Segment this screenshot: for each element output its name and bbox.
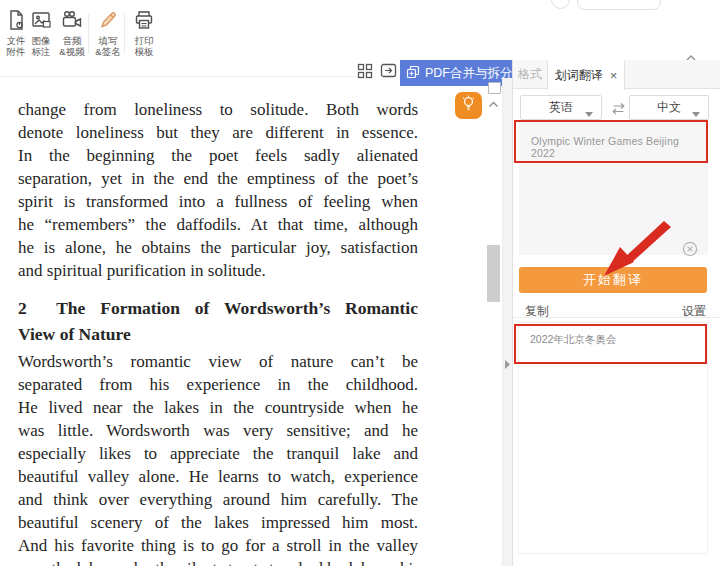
document-page: change from loneliness to solitude. Both… bbox=[18, 98, 418, 566]
document-line: Wordsworth’s romantic view of nature can… bbox=[18, 350, 418, 373]
tab-translate-label: 划词翻译 bbox=[555, 67, 603, 84]
document-line: spirit is transformed into a fullness of… bbox=[18, 190, 418, 213]
audio-video-icon bbox=[56, 8, 88, 32]
toolbar-item-audio-video[interactable]: 音频&视频 bbox=[56, 8, 88, 57]
source-text-area[interactable]: Olympic Winter Games Beijing 2022 bbox=[519, 122, 708, 255]
toolbar-item-label: 图像标注 bbox=[25, 35, 57, 57]
toolbar-item-label: 音频&视频 bbox=[56, 35, 88, 57]
tab-format[interactable]: 格式 bbox=[513, 60, 547, 89]
document-line: was little. Wordsworth was very sensitiv… bbox=[18, 419, 418, 442]
toolbar-item-image-annotation[interactable]: 图像标注 bbox=[25, 8, 57, 57]
source-text: Olympic Winter Games Beijing 2022 bbox=[531, 135, 679, 159]
toolbar-divider bbox=[88, 14, 89, 54]
page-thumbnail-icon[interactable] bbox=[488, 82, 501, 94]
start-translate-button[interactable]: 开始翻译 bbox=[519, 267, 707, 293]
document-line: change from loneliness to solitude. Both… bbox=[18, 98, 418, 121]
document-line-clipped: near the lakes or by the silent streets … bbox=[18, 557, 418, 566]
source-language-value: 英语 bbox=[549, 99, 573, 116]
translate-panel: 格式 划词翻译 × 英语 中文 Olympic Winter Games Bei… bbox=[512, 60, 720, 566]
cropped-avatar-icon bbox=[551, 0, 570, 9]
document-line: and spiritual purification in solitude. bbox=[18, 259, 418, 282]
tip-lightbulb-button[interactable] bbox=[455, 92, 482, 119]
panel-gutter bbox=[503, 78, 512, 566]
target-language-value: 中文 bbox=[657, 99, 681, 116]
swap-languages-icon[interactable] bbox=[610, 101, 627, 119]
document-heading: View of Nature bbox=[18, 321, 418, 347]
tab-translate[interactable]: 划词翻译 × bbox=[547, 60, 625, 90]
document-heading: 2 The Formation of Wordsworth’s Romantic bbox=[18, 295, 418, 321]
source-language-select[interactable]: 英语 bbox=[520, 95, 602, 120]
chevron-down-icon bbox=[692, 106, 700, 120]
merge-pages-icon bbox=[405, 64, 421, 83]
scrollbar-thumb[interactable] bbox=[487, 245, 500, 302]
merge-button-label: PDF合并与拆分 bbox=[425, 65, 513, 82]
panel-collapse-arrow[interactable] bbox=[504, 356, 511, 374]
toolbar-item-print-template[interactable]: 打印模板 bbox=[128, 8, 160, 57]
result-text-area[interactable] bbox=[518, 322, 708, 554]
result-text: 2022年北京冬奥会 bbox=[530, 333, 616, 347]
document-line: In the beginning the poet feels sadly al… bbox=[18, 144, 418, 167]
document-line: separated from his experience in the chi… bbox=[18, 373, 418, 396]
document-line: beautiful scenery of the lakes impressed… bbox=[18, 511, 418, 534]
document-line: denote loneliness but they are different… bbox=[18, 121, 418, 144]
fill-sign-pencil-icon bbox=[92, 8, 124, 32]
document-line: beautiful valley alone. He learns to wat… bbox=[18, 465, 418, 488]
close-icon[interactable]: × bbox=[610, 69, 618, 82]
panel-tab-bar: 格式 划词翻译 × bbox=[513, 60, 720, 89]
toolbar-bottom-divider bbox=[0, 76, 358, 77]
chevron-down-icon bbox=[585, 106, 593, 120]
document-line: He lived near the lakes in the countrysi… bbox=[18, 396, 418, 419]
pdf-editor-window: 文件附件 图像标注 音频&视频 bbox=[0, 0, 720, 566]
scroll-up-icon[interactable] bbox=[487, 95, 500, 113]
toolbar-item-fill-sign[interactable]: 填写&签名 bbox=[92, 8, 124, 57]
toolbar-divider bbox=[124, 14, 125, 54]
image-annotation-icon bbox=[25, 8, 57, 32]
document-line: and think over everything around him car… bbox=[18, 488, 418, 511]
target-language-select[interactable]: 中文 bbox=[629, 95, 709, 120]
result-header-divider bbox=[513, 317, 720, 318]
grid-view-icon[interactable] bbox=[357, 63, 373, 83]
page-view-icon[interactable] bbox=[380, 62, 397, 83]
document-line: especially likes to appreciate the tranq… bbox=[18, 442, 418, 465]
cropped-search-box bbox=[577, 0, 661, 10]
print-template-icon bbox=[128, 8, 160, 32]
document-line: And his favorite thing is to go for a st… bbox=[18, 534, 418, 557]
toolbar-item-label: 填写&签名 bbox=[92, 35, 124, 57]
document-line: he is alone, he obtains the particular j… bbox=[18, 236, 418, 259]
document-line: he “remembers” the daffodils. At that ti… bbox=[18, 213, 418, 236]
clear-input-icon[interactable] bbox=[682, 241, 698, 261]
document-line: separation, yet in the end the emptiness… bbox=[18, 167, 418, 190]
toolbar-item-label: 打印模板 bbox=[128, 35, 160, 57]
lightbulb-icon bbox=[459, 94, 478, 117]
